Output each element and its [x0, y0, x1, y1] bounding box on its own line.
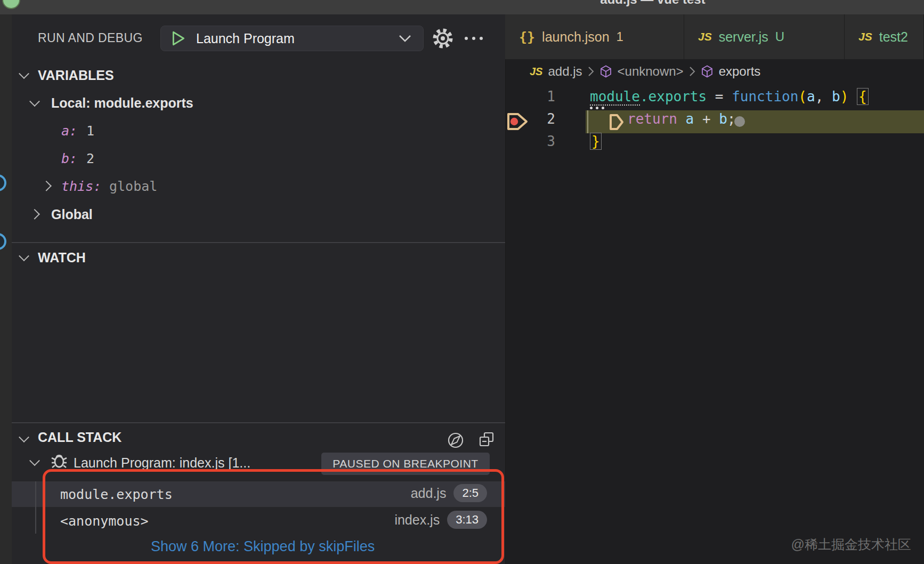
- compass-session-icon[interactable]: [446, 431, 465, 450]
- tab-label: test2: [879, 29, 908, 45]
- symbol-namespace-icon: [701, 65, 714, 78]
- debug-session-row[interactable]: Launch Program: index.js [1...: [74, 455, 250, 471]
- breadcrumb-symbol[interactable]: <unknown>: [618, 64, 684, 79]
- token-function-keyword: function: [732, 88, 798, 104]
- global-scope-chevron[interactable]: [28, 206, 42, 220]
- sidebar-title: RUN AND DEBUG: [38, 31, 143, 45]
- local-scope-chevron[interactable]: [28, 96, 42, 110]
- breadcrumb-symbol[interactable]: exports: [719, 64, 761, 79]
- symbol-namespace-icon: [599, 65, 612, 78]
- views-more-actions-icon[interactable]: [465, 37, 483, 40]
- js-file-icon: JS: [858, 30, 872, 43]
- variables-header[interactable]: VARIABLES: [38, 68, 114, 83]
- variable-value[interactable]: global: [109, 179, 157, 194]
- inline-breakpoint-candidate-dot[interactable]: [734, 116, 745, 127]
- global-scope-row[interactable]: Global: [51, 207, 93, 222]
- inline-breakpoint-icon[interactable]: [607, 113, 626, 131]
- variables-collapse-chevron[interactable]: [17, 68, 31, 82]
- indent-guide: [587, 110, 588, 133]
- chevron-right-icon: [588, 66, 594, 77]
- variable-value[interactable]: 2: [86, 151, 94, 166]
- bug-icon: [50, 451, 68, 470]
- tab-badge: U: [775, 29, 784, 44]
- variable-name[interactable]: a:: [61, 123, 77, 139]
- breadcrumb-file[interactable]: add.js: [548, 64, 582, 79]
- callstack-collapse-chevron[interactable]: [17, 432, 31, 446]
- activity-bar: [0, 14, 12, 564]
- editor-tab-bar: {} launch.json 1 JS server.js U JS test2: [505, 14, 924, 59]
- line-number[interactable]: 2: [537, 111, 555, 127]
- tab-test2[interactable]: JS test2: [845, 14, 924, 59]
- tab-launch-json[interactable]: {} launch.json 1: [505, 14, 684, 59]
- tab-label: launch.json: [542, 29, 609, 45]
- token-return-keyword: return: [627, 111, 677, 127]
- breakpoint-current-frame-icon[interactable]: [506, 112, 529, 131]
- collapse-all-icon[interactable]: [477, 430, 497, 450]
- launch-config-label: Launch Program: [196, 31, 295, 46]
- tab-label: server.js: [719, 29, 768, 45]
- line-number[interactable]: 1: [537, 88, 555, 104]
- vscode-window: add.js — vue test RUN AND DEBUG Launch P…: [0, 0, 924, 564]
- js-file-icon: JS: [530, 66, 542, 78]
- code-line-1: module.exports = function(a, b) {: [590, 88, 869, 104]
- code-line-3: }: [590, 133, 602, 149]
- watch-collapse-chevron[interactable]: [17, 251, 31, 264]
- session-collapse-chevron[interactable]: [28, 455, 42, 469]
- activity-bar-badge-icon[interactable]: [0, 174, 6, 191]
- annotation-highlight-rectangle: [43, 469, 504, 564]
- breadcrumb: JS add.js <unknown> exports: [530, 64, 760, 79]
- code-line-2: return a + b;: [627, 111, 736, 127]
- callstack-header[interactable]: CALL STACK: [38, 430, 121, 445]
- title-bar: add.js — vue test: [0, 0, 924, 14]
- section-divider: [12, 422, 505, 423]
- watermark: @稀土掘金技术社区: [791, 536, 911, 553]
- line-number[interactable]: 3: [537, 133, 555, 149]
- section-divider: [12, 242, 505, 243]
- variable-value[interactable]: 1: [86, 123, 94, 139]
- json-file-icon: {}: [519, 29, 535, 45]
- matched-brace: {: [857, 88, 869, 105]
- matched-brace: }: [590, 133, 602, 150]
- tab-server-js[interactable]: JS server.js U: [684, 14, 845, 59]
- local-scope-row[interactable]: Local: module.exports: [51, 95, 193, 111]
- variable-name[interactable]: b:: [61, 151, 77, 166]
- hint-dots-decoration: [590, 107, 604, 109]
- activity-bar-badge-icon[interactable]: [0, 233, 6, 250]
- tab-badge: 1: [617, 29, 623, 44]
- gear-icon[interactable]: [432, 27, 454, 50]
- debug-start-icon[interactable]: [172, 30, 185, 46]
- js-file-icon: JS: [698, 30, 712, 43]
- macos-green-traffic-light[interactable]: [2, 0, 20, 9]
- watch-header[interactable]: WATCH: [38, 250, 86, 265]
- this-expand-chevron[interactable]: [39, 178, 53, 191]
- chevron-down-icon: [399, 35, 411, 43]
- variable-name[interactable]: this:: [61, 179, 101, 194]
- chevron-right-icon: [689, 66, 695, 77]
- window-title: add.js — vue test: [554, 0, 751, 7]
- launch-config-dropdown[interactable]: Launch Program: [160, 26, 424, 51]
- token-module: module.exports: [590, 88, 707, 106]
